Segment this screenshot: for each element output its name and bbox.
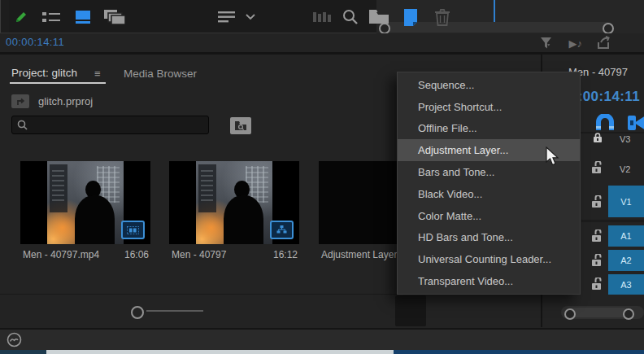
filter-icon[interactable] — [539, 36, 555, 50]
list-view-button[interactable] — [41, 0, 62, 33]
clip-thumbnail[interactable] — [20, 161, 150, 244]
lock-icon[interactable] — [591, 254, 603, 267]
track-label-v2[interactable]: V2 — [620, 164, 630, 174]
search-input[interactable] — [33, 116, 208, 134]
panel-menu-icon[interactable]: ≡ — [94, 68, 101, 80]
search-box[interactable] — [11, 116, 209, 134]
clip-name[interactable]: Men - 40797.mp4 — [23, 249, 99, 260]
timeline-scrollbar-right-handle[interactable] — [623, 308, 634, 320]
lock-icon[interactable] — [593, 133, 603, 142]
project-item-clip[interactable]: Men - 40797.mp4 16:06 — [18, 160, 153, 264]
project-writable-icon[interactable] — [11, 0, 31, 33]
track-divider — [581, 220, 644, 222]
icon-view-button[interactable] — [73, 0, 93, 33]
sort-icon[interactable] — [216, 0, 237, 33]
menu-item-black-video[interactable]: Black Video... — [398, 183, 580, 205]
creative-cloud-icon[interactable] — [7, 332, 22, 347]
zoom-slider-handle[interactable] — [131, 306, 144, 319]
menu-item-project-shortcut[interactable]: Project Shortcut... — [398, 96, 580, 118]
play-audio-icon[interactable]: ▶♪ — [569, 37, 583, 50]
track-target-a3[interactable]: A3 — [608, 274, 644, 295]
linked-selection-icon[interactable] — [628, 114, 644, 132]
lock-icon[interactable] — [591, 278, 603, 291]
tab-media-browser[interactable]: Media Browser — [124, 68, 197, 80]
menu-item-color-matte[interactable]: Color Matte... — [398, 205, 580, 227]
active-tab-underline — [10, 82, 106, 84]
folder-up-icon[interactable] — [11, 94, 29, 108]
track-target-a1[interactable]: A1 — [608, 225, 644, 247]
export-icon[interactable] — [596, 36, 611, 50]
sequence-thumbnail[interactable] — [169, 161, 299, 244]
track-label-v3[interactable]: V3 — [620, 134, 630, 144]
playhead[interactable] — [494, 0, 495, 22]
clip-badge-icon — [121, 221, 145, 239]
sequence-badge-icon — [270, 221, 294, 239]
menu-item-hd-bars-and-tone[interactable]: HD Bars and Tone... — [398, 227, 580, 249]
new-item-button-pressed-bg — [395, 295, 426, 326]
status-bar — [0, 328, 644, 350]
find-icon[interactable] — [340, 0, 359, 33]
new-bin-icon[interactable] — [368, 0, 390, 33]
project-item-sequence[interactable]: Men - 40797 16:12 — [167, 160, 302, 264]
clip-duration: 16:06 — [124, 249, 149, 260]
project-toolbar — [0, 294, 542, 327]
adjustment-layer-name[interactable]: Adjustment Layer — [321, 249, 397, 260]
mouse-cursor — [545, 146, 559, 167]
track-target-v1[interactable]: V1 — [608, 186, 644, 217]
bottom-strip-segment — [394, 350, 644, 354]
zoom-slider-track[interactable] — [146, 310, 203, 312]
chevron-down-icon[interactable] — [244, 0, 257, 33]
lock-icon[interactable] — [591, 229, 603, 243]
new-item-context-menu: Sequence... Project Shortcut... Offline … — [397, 72, 581, 295]
thumbnail-scene — [196, 161, 272, 244]
navigator-right-handle[interactable] — [603, 23, 614, 34]
timeline-scrollbar-left-handle[interactable] — [564, 308, 576, 320]
freeform-view-button[interactable] — [102, 0, 127, 33]
search-icon — [17, 120, 28, 130]
panel-divider — [0, 52, 644, 55]
trash-icon — [431, 0, 454, 33]
sequence-name[interactable]: Men - 40797 — [172, 249, 226, 260]
premiere-pro-window: 00:00:14:11 ▶♪ Project: glitch ≡ Media B… — [0, 0, 644, 354]
thumbnail-scene — [47, 161, 124, 244]
timeline-scrollbar[interactable] — [568, 308, 629, 317]
bottom-strip-segment — [46, 350, 394, 354]
breadcrumb[interactable]: glitch.prproj — [38, 95, 93, 107]
lock-icon[interactable] — [591, 161, 603, 174]
source-timecode: 00:00:14:11 — [6, 36, 64, 48]
snap-icon[interactable] — [594, 114, 616, 132]
column-settings-icon — [311, 0, 336, 33]
track-target-a2[interactable]: A2 — [608, 250, 644, 271]
menu-item-universal-counting-leader[interactable]: Universal Counting Leader... — [398, 248, 580, 270]
new-item-button[interactable] — [398, 0, 424, 33]
find-bin-button[interactable] — [230, 117, 251, 134]
tab-project[interactable]: Project: glitch — [11, 67, 77, 79]
menu-item-offline-file[interactable]: Offline File... — [398, 118, 580, 140]
lock-icon[interactable] — [591, 195, 603, 208]
bottom-strip-segment — [0, 350, 46, 354]
menu-item-sequence[interactable]: Sequence... — [398, 74, 580, 96]
sequence-duration: 16:12 — [273, 249, 298, 260]
menu-item-transparent-video[interactable]: Transparent Video... — [398, 270, 580, 292]
